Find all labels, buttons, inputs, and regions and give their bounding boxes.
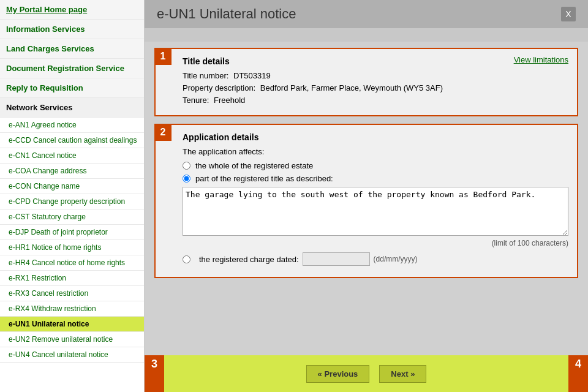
step1-panel: 1 Title details Title number: DT503319 P… — [154, 48, 578, 116]
step3-number: 3 — [145, 355, 164, 392]
step1-title: Title details — [183, 56, 568, 66]
radio-whole-row: the whole of the registered estate — [183, 161, 568, 170]
tenure-value: Freehold — [214, 96, 245, 105]
previous-button[interactable]: « Previous — [306, 365, 370, 383]
sidebar-item-land-charges-services[interactable]: Land Charges Services — [0, 39, 144, 59]
date-input[interactable] — [303, 252, 370, 266]
view-limitations-link[interactable]: View limitations — [514, 55, 568, 64]
step2-title: Application details — [183, 132, 568, 142]
nav-buttons-area: 3 « Previous Next » 4 — [145, 355, 588, 392]
gray-strip — [145, 28, 588, 42]
title-number-value: DT503319 — [233, 71, 271, 80]
date-hint: (dd/mm/yyyy) — [374, 255, 418, 263]
sidebar-subitem-e-cn1[interactable]: e-CN1 Cancel notice — [0, 148, 144, 164]
sidebar-subitem-e-un1[interactable]: e-UN1 Unilateral notice — [0, 317, 144, 332]
close-button[interactable]: X — [561, 7, 576, 21]
sidebar-subitem-e-coa[interactable]: e-COA Change address — [0, 164, 144, 179]
sidebar-item-network-services[interactable]: Network Services — [0, 98, 144, 118]
radio-charge[interactable] — [183, 255, 190, 263]
radio-whole-estate[interactable] — [183, 162, 190, 170]
sidebar-subitem-e-un2[interactable]: e-UN2 Remove unilateral notice — [0, 332, 144, 347]
sidebar: My Portal Home page Information Services… — [0, 0, 145, 392]
property-description-value: Bedford Park, Farmer Place, Weymouth (WY… — [260, 83, 443, 92]
step2-content: Application details The application affe… — [183, 132, 568, 266]
btn-area: « Previous Next » — [164, 355, 568, 392]
step4-number: 4 — [568, 355, 588, 392]
title-number-label: Title number: — [183, 71, 228, 80]
radio-part-label: part of the registered title as describe… — [195, 174, 333, 183]
next-button[interactable]: Next » — [379, 365, 426, 383]
tenure-label: Tenure: — [183, 96, 209, 105]
step2-number: 2 — [154, 124, 172, 141]
sidebar-subitem-e-un4[interactable]: e-UN4 Cancel unilateral notice — [0, 347, 144, 363]
property-description-label: Property description: — [183, 83, 255, 92]
sidebar-subitem-e-con[interactable]: e-CON Change name — [0, 179, 144, 194]
content-area: 1 Title details Title number: DT503319 P… — [145, 42, 588, 355]
radio-part-title[interactable] — [183, 175, 190, 183]
sidebar-subitem-e-hr1[interactable]: e-HR1 Notice of home rights — [0, 240, 144, 255]
sidebar-subitem-e-hr4[interactable]: e-HR4 Cancel notice of home rights — [0, 255, 144, 271]
step1-content: Title details Title number: DT503319 Pro… — [183, 56, 568, 105]
step1-number: 1 — [154, 48, 172, 65]
tenure-row: Tenure: Freehold — [183, 96, 568, 105]
radio-charge-label: the registered charge dated: — [199, 255, 299, 264]
header-bar: e-UN1 Unilateral notice X — [145, 0, 588, 28]
sidebar-subitem-e-cst[interactable]: e-CST Statutory charge — [0, 209, 144, 225]
main-content: e-UN1 Unilateral notice X 1 Title detail… — [145, 0, 588, 392]
char-limit-label: (limit of 100 characters) — [183, 239, 568, 247]
sidebar-subitem-e-djp[interactable]: e-DJP Death of joint proprietor — [0, 225, 144, 240]
radio-whole-label: the whole of the registered estate — [195, 161, 313, 170]
sidebar-item-information-services[interactable]: Information Services — [0, 20, 144, 39]
sidebar-subitem-e-an1[interactable]: e-AN1 Agreed notice — [0, 118, 144, 133]
radio-part-row: part of the registered title as describe… — [183, 174, 568, 183]
sidebar-subitem-e-ccd[interactable]: e-CCD Cancel caution against dealings — [0, 133, 144, 148]
sidebar-subitem-e-cpd[interactable]: e-CPD Change property description — [0, 194, 144, 209]
description-textarea[interactable] — [183, 187, 568, 236]
page-title: e-UN1 Unilateral notice — [157, 6, 296, 22]
property-description-row: Property description: Bedford Park, Farm… — [183, 83, 568, 92]
sidebar-item-my-portal-home[interactable]: My Portal Home page — [0, 0, 144, 20]
radio-charge-row: the registered charge dated: (dd/mm/yyyy… — [183, 252, 568, 266]
affects-label: The application affects: — [183, 147, 568, 156]
sidebar-item-reply-to-requisition[interactable]: Reply to Requisition — [0, 78, 144, 98]
sidebar-subitem-e-rx3[interactable]: e-RX3 Cancel restriction — [0, 286, 144, 301]
title-number-row: Title number: DT503319 — [183, 71, 568, 80]
step2-panel: 2 Application details The application af… — [154, 124, 578, 278]
sidebar-subitem-e-rx4[interactable]: e-RX4 Withdraw restriction — [0, 301, 144, 317]
sidebar-item-document-registration-service[interactable]: Document Registration Service — [0, 59, 144, 78]
sidebar-subitem-e-rx1[interactable]: e-RX1 Restriction — [0, 271, 144, 286]
